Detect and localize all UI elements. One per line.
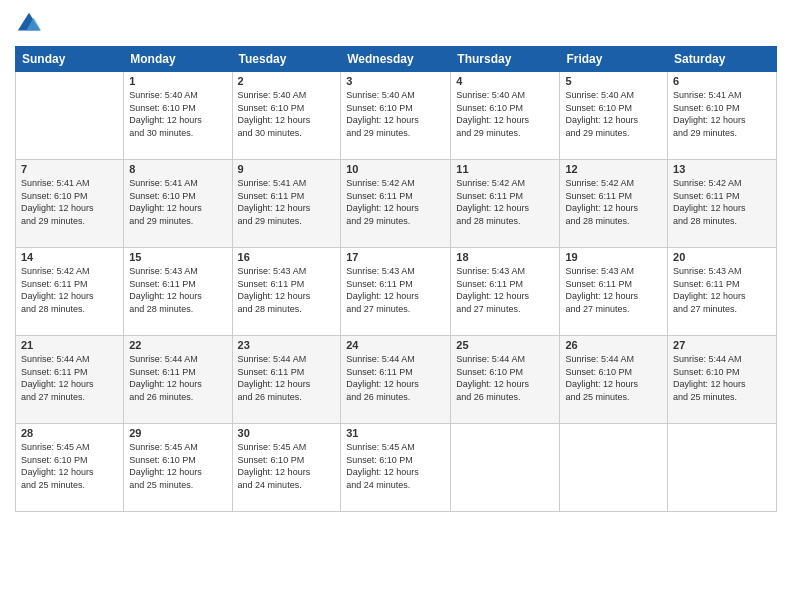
day-number: 19 bbox=[565, 251, 662, 263]
calendar-cell: 24Sunrise: 5:44 AM Sunset: 6:11 PM Dayli… bbox=[341, 336, 451, 424]
calendar-cell: 1Sunrise: 5:40 AM Sunset: 6:10 PM Daylig… bbox=[124, 72, 232, 160]
calendar-cell: 28Sunrise: 5:45 AM Sunset: 6:10 PM Dayli… bbox=[16, 424, 124, 512]
calendar-cell: 7Sunrise: 5:41 AM Sunset: 6:10 PM Daylig… bbox=[16, 160, 124, 248]
day-header-monday: Monday bbox=[124, 47, 232, 72]
calendar-cell: 26Sunrise: 5:44 AM Sunset: 6:10 PM Dayli… bbox=[560, 336, 668, 424]
day-info: Sunrise: 5:43 AM Sunset: 6:11 PM Dayligh… bbox=[565, 265, 662, 315]
calendar-cell: 31Sunrise: 5:45 AM Sunset: 6:10 PM Dayli… bbox=[341, 424, 451, 512]
day-number: 16 bbox=[238, 251, 336, 263]
calendar-cell: 30Sunrise: 5:45 AM Sunset: 6:10 PM Dayli… bbox=[232, 424, 341, 512]
day-info: Sunrise: 5:41 AM Sunset: 6:10 PM Dayligh… bbox=[129, 177, 226, 227]
day-header-wednesday: Wednesday bbox=[341, 47, 451, 72]
day-number: 29 bbox=[129, 427, 226, 439]
calendar-cell: 17Sunrise: 5:43 AM Sunset: 6:11 PM Dayli… bbox=[341, 248, 451, 336]
day-number: 18 bbox=[456, 251, 554, 263]
day-info: Sunrise: 5:42 AM Sunset: 6:11 PM Dayligh… bbox=[565, 177, 662, 227]
day-info: Sunrise: 5:43 AM Sunset: 6:11 PM Dayligh… bbox=[129, 265, 226, 315]
calendar-header-row: SundayMondayTuesdayWednesdayThursdayFrid… bbox=[16, 47, 777, 72]
day-info: Sunrise: 5:40 AM Sunset: 6:10 PM Dayligh… bbox=[238, 89, 336, 139]
day-number: 4 bbox=[456, 75, 554, 87]
day-info: Sunrise: 5:43 AM Sunset: 6:11 PM Dayligh… bbox=[346, 265, 445, 315]
calendar-cell: 12Sunrise: 5:42 AM Sunset: 6:11 PM Dayli… bbox=[560, 160, 668, 248]
day-header-tuesday: Tuesday bbox=[232, 47, 341, 72]
calendar-cell: 23Sunrise: 5:44 AM Sunset: 6:11 PM Dayli… bbox=[232, 336, 341, 424]
day-number: 24 bbox=[346, 339, 445, 351]
day-number: 6 bbox=[673, 75, 771, 87]
day-header-friday: Friday bbox=[560, 47, 668, 72]
day-info: Sunrise: 5:44 AM Sunset: 6:11 PM Dayligh… bbox=[238, 353, 336, 403]
day-number: 7 bbox=[21, 163, 118, 175]
calendar-cell: 20Sunrise: 5:43 AM Sunset: 6:11 PM Dayli… bbox=[668, 248, 777, 336]
day-info: Sunrise: 5:45 AM Sunset: 6:10 PM Dayligh… bbox=[238, 441, 336, 491]
logo bbox=[15, 10, 47, 38]
day-header-sunday: Sunday bbox=[16, 47, 124, 72]
day-number: 17 bbox=[346, 251, 445, 263]
calendar-table: SundayMondayTuesdayWednesdayThursdayFrid… bbox=[15, 46, 777, 512]
day-info: Sunrise: 5:40 AM Sunset: 6:10 PM Dayligh… bbox=[456, 89, 554, 139]
calendar-cell bbox=[668, 424, 777, 512]
day-number: 5 bbox=[565, 75, 662, 87]
day-number: 25 bbox=[456, 339, 554, 351]
day-number: 8 bbox=[129, 163, 226, 175]
day-number: 30 bbox=[238, 427, 336, 439]
day-number: 26 bbox=[565, 339, 662, 351]
calendar-cell: 2Sunrise: 5:40 AM Sunset: 6:10 PM Daylig… bbox=[232, 72, 341, 160]
logo-icon bbox=[15, 10, 43, 38]
calendar-cell: 8Sunrise: 5:41 AM Sunset: 6:10 PM Daylig… bbox=[124, 160, 232, 248]
day-number: 12 bbox=[565, 163, 662, 175]
day-info: Sunrise: 5:41 AM Sunset: 6:10 PM Dayligh… bbox=[21, 177, 118, 227]
calendar-cell: 15Sunrise: 5:43 AM Sunset: 6:11 PM Dayli… bbox=[124, 248, 232, 336]
day-info: Sunrise: 5:45 AM Sunset: 6:10 PM Dayligh… bbox=[21, 441, 118, 491]
day-info: Sunrise: 5:44 AM Sunset: 6:11 PM Dayligh… bbox=[129, 353, 226, 403]
day-number: 11 bbox=[456, 163, 554, 175]
calendar-cell: 3Sunrise: 5:40 AM Sunset: 6:10 PM Daylig… bbox=[341, 72, 451, 160]
calendar-cell: 9Sunrise: 5:41 AM Sunset: 6:11 PM Daylig… bbox=[232, 160, 341, 248]
calendar-cell bbox=[16, 72, 124, 160]
day-info: Sunrise: 5:44 AM Sunset: 6:10 PM Dayligh… bbox=[565, 353, 662, 403]
calendar-week-3: 14Sunrise: 5:42 AM Sunset: 6:11 PM Dayli… bbox=[16, 248, 777, 336]
day-info: Sunrise: 5:42 AM Sunset: 6:11 PM Dayligh… bbox=[21, 265, 118, 315]
day-info: Sunrise: 5:44 AM Sunset: 6:10 PM Dayligh… bbox=[456, 353, 554, 403]
day-info: Sunrise: 5:42 AM Sunset: 6:11 PM Dayligh… bbox=[673, 177, 771, 227]
day-number: 27 bbox=[673, 339, 771, 351]
calendar-cell: 14Sunrise: 5:42 AM Sunset: 6:11 PM Dayli… bbox=[16, 248, 124, 336]
day-number: 15 bbox=[129, 251, 226, 263]
day-number: 3 bbox=[346, 75, 445, 87]
day-number: 14 bbox=[21, 251, 118, 263]
day-info: Sunrise: 5:42 AM Sunset: 6:11 PM Dayligh… bbox=[346, 177, 445, 227]
calendar-cell: 25Sunrise: 5:44 AM Sunset: 6:10 PM Dayli… bbox=[451, 336, 560, 424]
day-info: Sunrise: 5:40 AM Sunset: 6:10 PM Dayligh… bbox=[565, 89, 662, 139]
day-number: 2 bbox=[238, 75, 336, 87]
calendar-cell: 5Sunrise: 5:40 AM Sunset: 6:10 PM Daylig… bbox=[560, 72, 668, 160]
day-info: Sunrise: 5:43 AM Sunset: 6:11 PM Dayligh… bbox=[238, 265, 336, 315]
day-info: Sunrise: 5:44 AM Sunset: 6:11 PM Dayligh… bbox=[346, 353, 445, 403]
calendar-cell: 13Sunrise: 5:42 AM Sunset: 6:11 PM Dayli… bbox=[668, 160, 777, 248]
calendar-cell bbox=[560, 424, 668, 512]
day-number: 20 bbox=[673, 251, 771, 263]
calendar-cell: 18Sunrise: 5:43 AM Sunset: 6:11 PM Dayli… bbox=[451, 248, 560, 336]
day-number: 22 bbox=[129, 339, 226, 351]
calendar-week-2: 7Sunrise: 5:41 AM Sunset: 6:10 PM Daylig… bbox=[16, 160, 777, 248]
day-number: 13 bbox=[673, 163, 771, 175]
day-info: Sunrise: 5:44 AM Sunset: 6:10 PM Dayligh… bbox=[673, 353, 771, 403]
calendar-cell: 4Sunrise: 5:40 AM Sunset: 6:10 PM Daylig… bbox=[451, 72, 560, 160]
calendar-cell: 19Sunrise: 5:43 AM Sunset: 6:11 PM Dayli… bbox=[560, 248, 668, 336]
calendar-week-1: 1Sunrise: 5:40 AM Sunset: 6:10 PM Daylig… bbox=[16, 72, 777, 160]
calendar-cell: 27Sunrise: 5:44 AM Sunset: 6:10 PM Dayli… bbox=[668, 336, 777, 424]
day-info: Sunrise: 5:43 AM Sunset: 6:11 PM Dayligh… bbox=[456, 265, 554, 315]
day-number: 10 bbox=[346, 163, 445, 175]
day-number: 28 bbox=[21, 427, 118, 439]
day-info: Sunrise: 5:40 AM Sunset: 6:10 PM Dayligh… bbox=[346, 89, 445, 139]
calendar-cell: 10Sunrise: 5:42 AM Sunset: 6:11 PM Dayli… bbox=[341, 160, 451, 248]
day-info: Sunrise: 5:40 AM Sunset: 6:10 PM Dayligh… bbox=[129, 89, 226, 139]
day-number: 23 bbox=[238, 339, 336, 351]
day-info: Sunrise: 5:41 AM Sunset: 6:10 PM Dayligh… bbox=[673, 89, 771, 139]
calendar-cell: 11Sunrise: 5:42 AM Sunset: 6:11 PM Dayli… bbox=[451, 160, 560, 248]
day-info: Sunrise: 5:41 AM Sunset: 6:11 PM Dayligh… bbox=[238, 177, 336, 227]
calendar-cell bbox=[451, 424, 560, 512]
calendar-cell: 6Sunrise: 5:41 AM Sunset: 6:10 PM Daylig… bbox=[668, 72, 777, 160]
calendar-cell: 16Sunrise: 5:43 AM Sunset: 6:11 PM Dayli… bbox=[232, 248, 341, 336]
day-info: Sunrise: 5:43 AM Sunset: 6:11 PM Dayligh… bbox=[673, 265, 771, 315]
day-header-thursday: Thursday bbox=[451, 47, 560, 72]
day-info: Sunrise: 5:42 AM Sunset: 6:11 PM Dayligh… bbox=[456, 177, 554, 227]
